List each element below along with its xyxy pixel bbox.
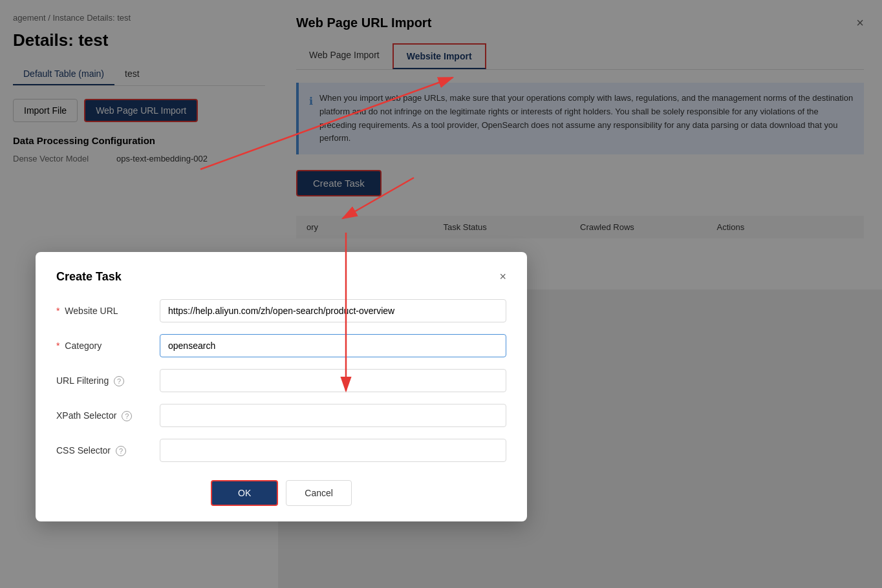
dialog-title: Create Task xyxy=(56,270,122,284)
create-task-dialog: Create Task × * Website URL * Category U… xyxy=(36,252,527,521)
cancel-button[interactable]: Cancel xyxy=(286,480,352,506)
xpath-selector-label: XPath Selector ? xyxy=(56,410,160,421)
xpath-selector-input[interactable] xyxy=(160,404,506,427)
css-selector-row: CSS Selector ? xyxy=(56,439,506,462)
required-marker: * xyxy=(56,306,59,316)
dialog-close-button[interactable]: × xyxy=(499,270,506,284)
css-selector-input[interactable] xyxy=(160,439,506,462)
url-filtering-help-icon[interactable]: ? xyxy=(114,376,124,386)
category-label: * Category xyxy=(56,341,160,351)
website-url-input[interactable] xyxy=(160,299,506,322)
ok-button[interactable]: OK xyxy=(211,480,278,506)
website-url-label: * Website URL xyxy=(56,306,160,316)
dialog-footer: OK Cancel xyxy=(56,480,506,506)
dialog-header: Create Task × xyxy=(56,270,506,284)
css-selector-label: CSS Selector ? xyxy=(56,445,160,456)
xpath-selector-row: XPath Selector ? xyxy=(56,404,506,427)
url-filtering-label: URL Filtering ? xyxy=(56,375,160,386)
category-row: * Category xyxy=(56,334,506,357)
website-url-row: * Website URL xyxy=(56,299,506,322)
url-filtering-input[interactable] xyxy=(160,369,506,392)
required-marker-2: * xyxy=(56,341,59,351)
category-input[interactable] xyxy=(160,334,506,357)
url-filtering-row: URL Filtering ? xyxy=(56,369,506,392)
css-help-icon[interactable]: ? xyxy=(116,446,126,456)
xpath-help-icon[interactable]: ? xyxy=(122,411,132,421)
